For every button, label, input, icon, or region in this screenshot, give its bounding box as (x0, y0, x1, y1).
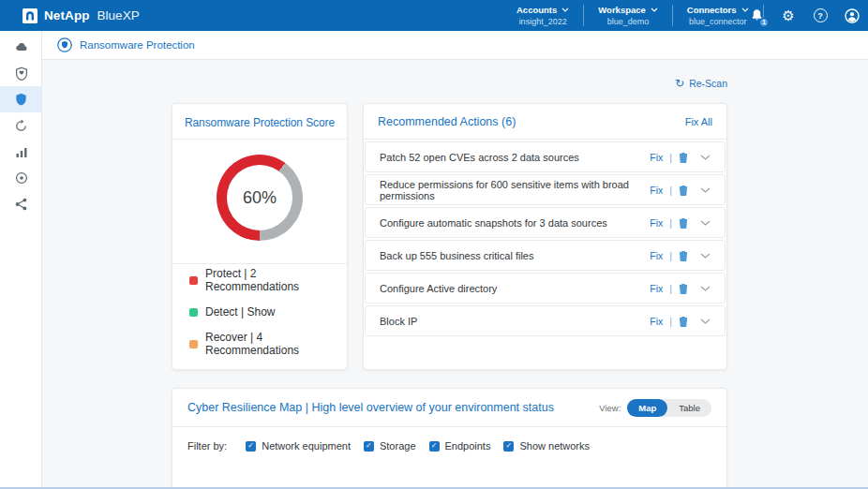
filter-by-label: Filter by: (187, 440, 227, 452)
filters: ✓ Network equipment ✓ Storage ✓ Endpoint… (246, 440, 590, 452)
workspace-menu-label: Workspace (598, 5, 646, 15)
fix-button[interactable]: Fix (650, 250, 663, 261)
brand-product: BlueXP (97, 8, 140, 22)
notification-badge: 1 (759, 18, 769, 27)
accounts-menu-value: insight_2022 (516, 17, 569, 26)
brand: NetApp BlueXP (22, 0, 140, 31)
settings-button[interactable]: ⚙ (780, 7, 797, 24)
legend-swatch (189, 308, 198, 317)
trash-icon (679, 316, 688, 327)
filter-checkbox-group[interactable]: ✓ Endpoints (429, 440, 491, 452)
action-label: Block IP (380, 316, 417, 327)
expand-button[interactable] (700, 253, 711, 259)
header-icons: 1 ⚙ ? (748, 0, 861, 31)
filter-row: Filter by: ✓ Network equipment ✓ Storage… (172, 427, 726, 452)
accounts-menu-label: Accounts (516, 5, 557, 15)
cyber-resilience-map-card: Cyber Resilience Map | High level overvi… (172, 388, 727, 489)
chevron-down-icon (700, 187, 711, 193)
fix-button[interactable]: Fix (650, 283, 663, 294)
filter-option-label: Network equipment (262, 440, 351, 452)
action-row: Configure automatic snapshots for 3 data… (365, 207, 726, 238)
sidebar-item-protection[interactable] (0, 60, 42, 86)
sidebar-item-analytics[interactable] (0, 139, 42, 165)
fix-button[interactable]: Fix (650, 152, 663, 163)
help-button[interactable]: ? (812, 7, 829, 24)
sidebar-item-cloud[interactable] (0, 34, 42, 60)
action-controls: Fix | (650, 152, 711, 163)
accounts-menu[interactable]: Accounts insight_2022 (502, 5, 584, 26)
fix-button[interactable]: Fix (650, 217, 663, 229)
legend-swatch (189, 340, 198, 348)
separator: | (669, 316, 672, 327)
expand-button[interactable] (700, 319, 711, 324)
checkbox-checked-icon[interactable]: ✓ (503, 441, 514, 452)
fix-button[interactable]: Fix (650, 316, 663, 327)
ransomware-protection-icon (57, 37, 72, 52)
delete-button[interactable] (679, 152, 688, 163)
separator: | (669, 152, 672, 163)
chevron-down-icon (700, 220, 711, 226)
chevron-down-icon (700, 253, 711, 259)
expand-button[interactable] (700, 187, 711, 193)
sidebar-item-restore[interactable] (0, 112, 42, 139)
separator: | (669, 185, 672, 196)
trash-icon (679, 283, 688, 294)
action-row: Configure Active directory Fix | (365, 273, 726, 304)
chevron-down-icon (700, 155, 711, 160)
trash-icon (679, 217, 688, 229)
rescan-button[interactable]: ↻ Re-Scan (675, 78, 727, 89)
user-menu-button[interactable] (844, 7, 861, 24)
view-label: View: (599, 403, 621, 413)
map-card-header: Cyber Resilience Map | High level overvi… (172, 389, 726, 427)
workspace-menu[interactable]: Workspace blue_demo (584, 5, 673, 26)
delete-button[interactable] (679, 250, 688, 261)
recommended-actions-card: Recommended Actions (6) Fix All Patch 52… (363, 103, 727, 370)
delete-button[interactable] (679, 283, 688, 294)
sidebar-item-ransomware-protection[interactable] (0, 86, 42, 112)
check-mark: ✓ (247, 442, 254, 450)
notifications-button[interactable]: 1 (748, 7, 765, 24)
delete-button[interactable] (679, 316, 688, 327)
expand-button[interactable] (700, 155, 711, 160)
filter-checkbox-group[interactable]: ✓ Show networks (503, 440, 590, 452)
view-option[interactable]: Map (627, 399, 667, 417)
protection-score-donut: 60% (217, 155, 303, 241)
page-title: Ransomware Protection (80, 39, 195, 51)
legend-item[interactable]: Detect | Show (189, 296, 347, 328)
filter-checkbox-group[interactable]: ✓ Network equipment (246, 440, 351, 452)
ransomware-shield-icon (15, 93, 27, 106)
sidebar-item-governance[interactable] (0, 165, 42, 191)
legend-item[interactable]: Protect | 2 Recommendations (189, 264, 347, 296)
filter-checkbox-group[interactable]: ✓ Storage (364, 440, 416, 452)
separator: | (669, 283, 672, 294)
action-controls: Fix | (650, 316, 711, 327)
sidebar-item-share[interactable] (0, 191, 42, 217)
bar-chart-icon (15, 146, 28, 158)
help-icon: ? (814, 8, 828, 22)
fix-all-button[interactable]: Fix All (685, 116, 712, 127)
breadcrumb-bar: Ransomware Protection (42, 31, 868, 60)
connectors-menu-value: blue_connector (687, 17, 749, 26)
delete-button[interactable] (679, 217, 688, 229)
main-content: ↻ Re-Scan Ransomware Protection Score 60… (42, 60, 868, 489)
expand-button[interactable] (700, 220, 711, 226)
trash-icon (679, 152, 688, 163)
checkbox-checked-icon[interactable]: ✓ (246, 441, 256, 452)
action-label: Configure automatic snapshots for 3 data… (380, 217, 607, 229)
shield-check-icon (15, 67, 28, 81)
checkbox-checked-icon[interactable]: ✓ (364, 441, 374, 452)
checkbox-checked-icon[interactable]: ✓ (429, 441, 440, 452)
view-pill: Map Table (627, 399, 711, 417)
delete-button[interactable] (679, 185, 688, 196)
action-row: Patch 52 open CVEs across 2 data sources… (365, 141, 726, 172)
sidebar (0, 31, 42, 489)
expand-button[interactable] (700, 286, 711, 291)
action-controls: Fix | (650, 283, 711, 294)
score-card: Ransomware Protection Score 60% Protect … (172, 103, 348, 370)
fix-button[interactable]: Fix (650, 185, 663, 196)
view-option[interactable]: Table (667, 399, 711, 417)
action-controls: Fix | (650, 217, 711, 229)
action-label: Patch 52 open CVEs across 2 data sources (380, 152, 579, 163)
legend-item[interactable]: Recover | 4 Recommendations (189, 328, 347, 360)
action-controls: Fix | (650, 250, 711, 261)
